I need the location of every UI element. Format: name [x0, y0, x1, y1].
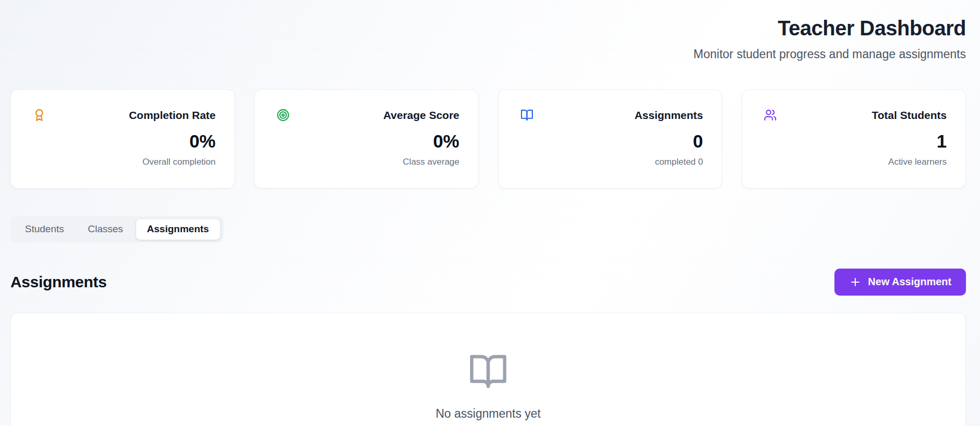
stat-value: 0%: [277, 132, 460, 150]
assignments-empty-state: No assignments yet: [10, 313, 966, 426]
teacher-dashboard-page: Teacher Dashboard Monitor student progre…: [0, 0, 980, 426]
page-header: Teacher Dashboard Monitor student progre…: [10, 0, 966, 61]
stat-card-completion-rate: Completion Rate 0% Overall completion: [10, 89, 235, 189]
stat-card-average-score: Average Score 0% Class average: [254, 89, 479, 189]
book-open-icon: [520, 109, 533, 122]
stat-sublabel: completed 0: [520, 157, 703, 167]
stat-sublabel: Class average: [277, 157, 460, 167]
page-title: Teacher Dashboard: [10, 16, 966, 41]
target-icon: [277, 109, 290, 122]
tab-list: Students Classes Assignments: [10, 216, 224, 243]
stat-label: Assignments: [634, 109, 703, 122]
stat-value: 1: [764, 132, 947, 150]
plus-icon: [849, 276, 861, 288]
stat-label: Completion Rate: [129, 109, 216, 122]
stat-value: 0: [520, 132, 703, 150]
stat-card-assignments: Assignments 0 completed 0: [498, 89, 723, 189]
stat-label: Total Students: [872, 109, 947, 122]
tab-classes[interactable]: Classes: [76, 219, 135, 240]
new-assignment-button[interactable]: New Assignment: [834, 269, 966, 296]
stat-sublabel: Active learners: [764, 157, 947, 167]
empty-message: No assignments yet: [436, 407, 541, 421]
stat-sublabel: Overall completion: [33, 157, 216, 167]
tab-students[interactable]: Students: [14, 219, 75, 240]
stat-label: Average Score: [383, 109, 459, 122]
stat-value: 0%: [33, 132, 216, 150]
award-icon: [33, 109, 46, 122]
stat-card-total-students: Total Students 1 Active learners: [741, 89, 966, 189]
stats-row: Completion Rate 0% Overall completion Av…: [10, 89, 966, 189]
section-title: Assignments: [10, 273, 107, 291]
book-open-icon: [468, 352, 508, 391]
users-icon: [764, 109, 777, 122]
assignments-section-header: Assignments New Assignment: [10, 269, 966, 296]
page-subtitle: Monitor student progress and manage assi…: [10, 47, 966, 61]
new-assignment-label: New Assignment: [868, 276, 951, 288]
tab-assignments[interactable]: Assignments: [136, 219, 220, 240]
